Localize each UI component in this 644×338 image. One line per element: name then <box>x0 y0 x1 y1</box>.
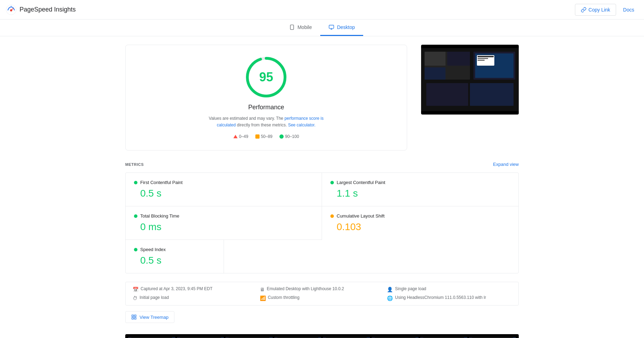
info-page-load-type: 👤 Single page load <box>387 286 511 292</box>
svg-rect-20 <box>478 60 485 61</box>
mobile-icon <box>289 24 295 30</box>
svg-rect-19 <box>478 58 488 59</box>
lcp-value: 1.1 s <box>337 188 510 199</box>
header-right: Copy Link Docs <box>575 4 638 16</box>
average-icon <box>255 134 260 139</box>
tbt-label: Total Blocking Time <box>140 213 179 219</box>
globe-icon: 🌐 <box>387 295 393 301</box>
screenshot-preview <box>421 48 519 111</box>
info-browser: 🌐 Using HeadlessChromium 111.0.5563.110 … <box>387 295 511 301</box>
legend-pass: 90–100 <box>279 134 299 139</box>
tbt-status-dot <box>134 214 137 218</box>
si-value: 0.5 s <box>140 255 215 266</box>
metric-lcp: Largest Contentful Paint 1.1 s <box>322 173 518 206</box>
metrics-grid: First Contentful Paint 0.5 s Largest Con… <box>125 172 519 273</box>
header: PageSpeed Insights Copy Link Docs <box>0 0 644 20</box>
score-circle: 95 <box>245 56 287 98</box>
svg-rect-13 <box>425 67 445 80</box>
svg-rect-22 <box>426 83 468 106</box>
expand-view-button[interactable]: Expand view <box>493 162 519 167</box>
metrics-title: METRICS <box>125 162 144 167</box>
score-label: Performance <box>248 104 284 111</box>
tab-mobile[interactable]: Mobile <box>281 20 320 36</box>
svg-rect-27 <box>132 318 134 319</box>
tab-desktop[interactable]: Desktop <box>320 20 363 36</box>
fcp-label: First Contentful Paint <box>140 180 182 185</box>
pagespeed-logo <box>6 4 17 15</box>
svg-rect-26 <box>134 318 136 319</box>
si-label: Speed Index <box>140 247 166 252</box>
screenshot-svg <box>421 48 519 111</box>
metric-tbt: Total Blocking Time 0 ms <box>126 206 322 240</box>
desktop-icon <box>329 24 334 30</box>
main-content: 95 Performance Values are estimated and … <box>120 36 524 338</box>
score-legend: 0–49 50–89 90–100 <box>233 134 299 139</box>
header-left: PageSpeed Insights <box>6 4 76 15</box>
view-treemap-button[interactable]: View Treemap <box>125 311 174 323</box>
info-capture-date: 📅 Captured at Apr 3, 2023, 9:45 PM EDT <box>133 286 257 292</box>
timer-icon: ⏱ <box>133 295 137 301</box>
svg-rect-24 <box>132 315 134 317</box>
treemap-icon <box>131 314 137 320</box>
pass-icon <box>279 134 284 139</box>
fcp-status-dot <box>134 181 137 184</box>
tbt-value: 0 ms <box>140 221 313 233</box>
fail-icon <box>233 135 238 138</box>
calendar-icon: 📅 <box>133 287 138 292</box>
score-section: 95 Performance Values are estimated and … <box>125 45 519 150</box>
info-emulated-device: 🖥 Emulated Desktop with Lighthouse 10.0.… <box>260 286 384 292</box>
metric-cls: Cumulative Layout Shift 0.103 <box>322 206 518 240</box>
app-title: PageSpeed Insights <box>20 6 76 13</box>
score-card: 95 Performance Values are estimated and … <box>125 45 407 150</box>
fcp-value: 0.5 s <box>140 188 313 199</box>
docs-button[interactable]: Docs <box>619 4 638 15</box>
calculator-link[interactable]: See calculator. <box>288 123 316 127</box>
svg-rect-14 <box>447 67 470 80</box>
page-screenshot <box>421 45 519 115</box>
info-initial-page-load: ⏱ Initial page load <box>133 295 257 301</box>
lcp-status-dot <box>330 181 334 184</box>
user-icon: 👤 <box>387 287 393 292</box>
svg-rect-4 <box>329 25 334 28</box>
svg-rect-12 <box>447 52 470 66</box>
signal-icon: 📶 <box>260 295 266 301</box>
lcp-label: Largest Contentful Paint <box>337 180 385 185</box>
svg-rect-18 <box>478 56 494 57</box>
metrics-section: METRICS Expand view First Contentful Pai… <box>125 162 519 273</box>
tabs-container: Mobile Desktop <box>0 20 644 36</box>
legend-fail: 0–49 <box>233 134 248 139</box>
metrics-header: METRICS Expand view <box>125 162 519 167</box>
legend-average: 50–89 <box>255 134 272 139</box>
score-description: Values are estimated and may vary. The p… <box>207 115 325 128</box>
svg-rect-23 <box>470 83 514 106</box>
cls-value: 0.103 <box>337 221 510 233</box>
link-icon <box>581 7 586 13</box>
desktop-small-icon: 🖥 <box>260 287 265 292</box>
filmstrip <box>125 334 519 338</box>
copy-link-button[interactable]: Copy Link <box>575 4 616 16</box>
cls-status-dot <box>330 214 334 218</box>
score-value: 95 <box>259 70 273 84</box>
si-status-dot <box>134 248 137 251</box>
svg-rect-25 <box>134 315 136 317</box>
info-bar: 📅 Captured at Apr 3, 2023, 9:45 PM EDT 🖥… <box>125 282 519 306</box>
info-throttling: 📶 Custom throttling <box>260 295 384 301</box>
svg-rect-11 <box>425 52 445 66</box>
metric-fcp: First Contentful Paint 0.5 s <box>126 173 322 206</box>
cls-label: Cumulative Layout Shift <box>337 213 384 219</box>
metric-si: Speed Index 0.5 s <box>126 240 224 273</box>
